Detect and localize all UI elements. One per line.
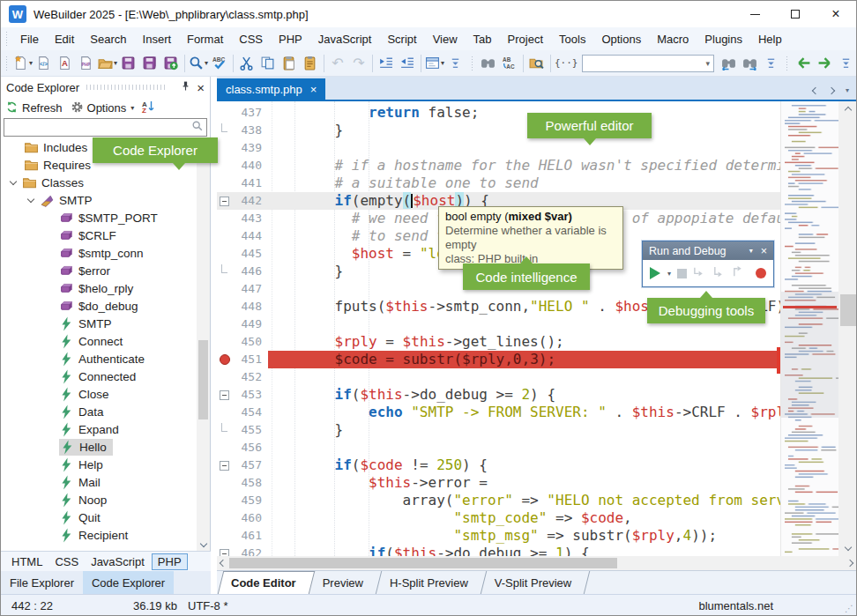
fold-margin[interactable]	[217, 527, 231, 545]
run-dropdown-icon[interactable]: ▾	[667, 270, 671, 278]
line-number[interactable]: 454	[231, 404, 268, 421]
code-text[interactable]: "smtp_msg" => substr($rply,4));	[268, 527, 717, 545]
run-icon[interactable]	[650, 267, 660, 279]
tree-item-close[interactable]: Close	[1, 385, 197, 403]
menu-item-help[interactable]: Help	[750, 29, 790, 49]
search-button[interactable]: ▾	[188, 53, 209, 74]
minimap[interactable]	[780, 101, 838, 556]
tab-scroll-left-icon[interactable]	[812, 86, 819, 93]
code-line-457[interactable]: 457 if($code != 250) {	[217, 456, 857, 474]
sidebar-close-icon[interactable]: ×	[197, 80, 205, 95]
line-number[interactable]: 451	[231, 351, 268, 368]
code-text[interactable]	[268, 439, 301, 456]
tree-item-mail[interactable]: Mail	[1, 473, 197, 491]
scroll-down-icon[interactable]	[838, 542, 857, 556]
code-text[interactable]: if($code != 250) {	[268, 456, 488, 474]
tree-item-crlf[interactable]: $CRLF	[1, 226, 197, 244]
cut-button[interactable]	[236, 53, 257, 74]
toggle-breakpoint-icon[interactable]	[756, 268, 766, 278]
scroll-left-icon[interactable]	[217, 556, 229, 570]
tab-scroll-right-icon[interactable]	[828, 86, 835, 93]
tree-item-smtp[interactable]: SMTP	[1, 315, 197, 332]
horizontal-scrollbar[interactable]	[217, 556, 857, 570]
tree-scrollbar-thumb[interactable]	[198, 340, 208, 419]
vertical-scrollbar[interactable]	[838, 101, 857, 556]
tree-item-help[interactable]: Help	[1, 456, 197, 473]
menu-item-file[interactable]: File	[12, 29, 47, 49]
line-number[interactable]: 447	[231, 280, 268, 298]
fold-margin[interactable]	[217, 386, 231, 404]
fold-margin[interactable]	[217, 456, 231, 474]
stop-icon[interactable]	[677, 269, 687, 278]
lang-tab-css[interactable]: CSS	[49, 554, 84, 569]
lang-tab-javascript[interactable]: JavaScript	[86, 554, 150, 569]
overflow-button[interactable]	[835, 53, 856, 74]
fold-margin[interactable]	[217, 421, 231, 439]
vertical-scrollbar-thumb[interactable]	[840, 294, 856, 326]
paste-button[interactable]	[279, 53, 300, 74]
chevron-down-icon[interactable]: ▾	[706, 59, 711, 68]
code-line-451[interactable]: 451 $code = substr($rply,0,3);	[217, 351, 857, 368]
fold-margin[interactable]	[217, 104, 231, 122]
menu-item-javascript[interactable]: JavaScript	[310, 29, 380, 49]
code-snippet-button[interactable]: {··}	[554, 53, 578, 74]
redo-button[interactable]: ↷	[348, 53, 369, 74]
line-number[interactable]: 457	[231, 456, 268, 474]
code-line-441[interactable]: 441 # a suitable one to send	[217, 174, 857, 192]
sidebar-search-input[interactable]	[4, 119, 191, 136]
find-next-button[interactable]	[739, 53, 760, 74]
tree-item-authenticate[interactable]: Authenticate	[1, 350, 197, 367]
line-number[interactable]: 460	[231, 509, 268, 527]
code-text[interactable]: # if a hostname for the HELO wasn't spec…	[268, 157, 801, 174]
gear-icon[interactable]	[71, 100, 84, 116]
scroll-up-icon[interactable]	[838, 101, 857, 115]
tree-item-classes[interactable]: Classes	[1, 174, 197, 191]
tree-item-helo_rply[interactable]: $helo_rply	[1, 279, 197, 297]
undo-button[interactable]: ↶	[327, 53, 348, 74]
tree-scrollbar[interactable]	[197, 138, 210, 551]
line-number[interactable]: 441	[231, 174, 268, 192]
line-number[interactable]: 461	[231, 527, 268, 545]
code-text[interactable]: $rply = $this->get_lines();	[268, 333, 564, 351]
fold-margin[interactable]	[217, 174, 231, 192]
fold-margin[interactable]	[217, 474, 231, 492]
code-text[interactable]: # a suitable one to send	[268, 174, 539, 192]
view-tab-code-editor[interactable]: Code Editor	[220, 571, 312, 594]
panel-tab-code-explorer[interactable]: Code Explorer	[83, 571, 174, 594]
outdent-button[interactable]	[397, 53, 418, 74]
fold-collapse-icon[interactable]	[220, 549, 229, 557]
tree-item-noop[interactable]: Noop	[1, 491, 197, 508]
line-number[interactable]: 450	[231, 333, 268, 351]
code-line-458[interactable]: 458 $this->error =	[217, 474, 857, 492]
line-number[interactable]: 448	[231, 298, 268, 315]
code-line-453[interactable]: 453 if($this->do_debug >= 2) {	[217, 386, 857, 404]
code-text[interactable]	[268, 315, 301, 333]
breakpoint-icon[interactable]	[220, 354, 230, 365]
line-number[interactable]: 437	[231, 104, 268, 122]
tree-item-quit[interactable]: Quit	[1, 508, 197, 526]
fold-margin[interactable]	[217, 280, 231, 298]
tree-item-error[interactable]: $error	[1, 262, 197, 279]
line-number[interactable]: 440	[231, 157, 268, 174]
line-number[interactable]: 449	[231, 315, 268, 333]
php-file-button[interactable]: PHP	[76, 53, 97, 74]
menu-item-tools[interactable]: Tools	[551, 29, 593, 49]
code-line-462[interactable]: 462 if($this->do_debug >= 1) {	[217, 545, 857, 556]
fold-margin[interactable]	[217, 492, 231, 509]
code-line-460[interactable]: 460 "smtp_code" => $code,	[217, 509, 857, 527]
form-designer-button[interactable]: ▾	[424, 53, 445, 74]
document-tab-close-icon[interactable]: ×	[310, 83, 317, 96]
menu-item-view[interactable]: View	[425, 29, 466, 49]
fold-margin[interactable]	[217, 263, 231, 280]
refresh-icon[interactable]	[5, 100, 19, 116]
step-over-icon[interactable]	[693, 265, 706, 281]
menu-item-macro[interactable]: Macro	[649, 29, 697, 49]
code-text[interactable]	[268, 368, 301, 386]
fold-collapse-icon[interactable]	[220, 197, 229, 206]
line-number[interactable]: 445	[231, 245, 268, 263]
code-text[interactable]	[268, 139, 301, 157]
overflow-button[interactable]	[445, 53, 466, 74]
menu-item-format[interactable]: Format	[179, 29, 231, 49]
fold-margin[interactable]	[217, 298, 231, 315]
toolbar-search-combobox[interactable]: ▾	[582, 55, 714, 72]
